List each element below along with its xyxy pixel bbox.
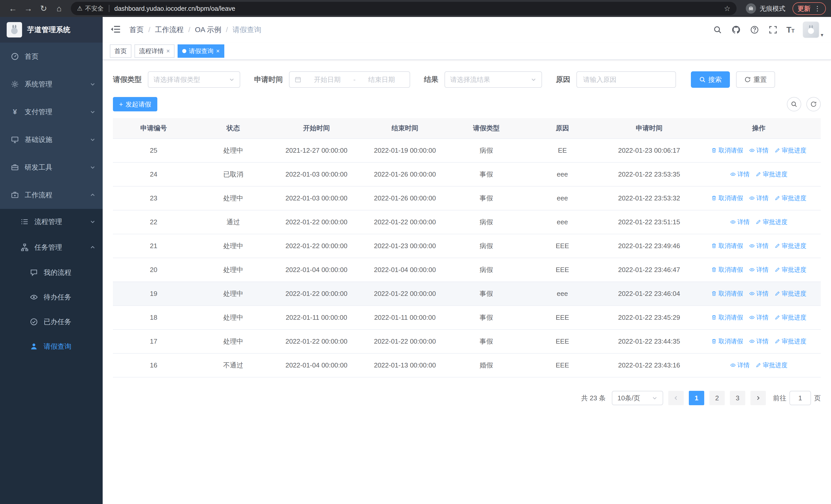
tab-leave-query[interactable]: 请假查询 × — [178, 45, 224, 58]
sidebar-item-process-management[interactable]: 流程管理 — [0, 209, 103, 235]
create-leave-button[interactable]: + 发起请假 — [113, 97, 157, 111]
prev-page-button[interactable] — [668, 391, 684, 405]
goto-page-input[interactable] — [790, 391, 811, 405]
detail-link[interactable]: 详情 — [749, 337, 769, 346]
breadcrumb-workflow[interactable]: 工作流程 — [155, 25, 184, 35]
tab-process-detail[interactable]: 流程详情 × — [135, 45, 174, 58]
approval-progress-link[interactable]: 审批进度 — [755, 218, 787, 226]
divider — [109, 5, 109, 12]
next-page-button[interactable] — [750, 391, 766, 405]
apply-time-range-picker[interactable]: 开始日期 - 结束日期 — [289, 71, 410, 88]
workflow-icon — [11, 191, 19, 199]
chevron-down-icon — [531, 77, 536, 82]
sidebar-item-task-management[interactable]: 任务管理 — [0, 235, 103, 260]
sidebar-item-home[interactable]: 首页 — [0, 42, 103, 70]
close-icon[interactable]: × — [166, 48, 170, 54]
cancel-leave-link[interactable]: 取消请假 — [711, 242, 743, 250]
cancel-leave-link[interactable]: 取消请假 — [711, 266, 743, 274]
refresh-icon — [744, 76, 751, 83]
home-icon[interactable]: ⌂ — [51, 1, 67, 16]
bookmark-star-icon[interactable]: ☆ — [724, 4, 730, 13]
browser-update-button[interactable]: 更新 ⋮ — [793, 2, 826, 15]
sidebar-item-devtools[interactable]: 研发工具 — [0, 153, 103, 181]
chevron-right-icon — [755, 395, 761, 401]
detail-link[interactable]: 详情 — [730, 218, 750, 226]
detail-link[interactable]: 详情 — [749, 146, 769, 154]
search-icon[interactable] — [712, 25, 723, 35]
sidebar-item-system[interactable]: 系统管理 — [0, 70, 103, 98]
user-menu[interactable]: ▾ — [803, 22, 823, 38]
approval-progress-link[interactable]: 审批进度 — [755, 170, 787, 178]
table-toolbar: + 发起请假 — [113, 97, 821, 111]
cancel-leave-link[interactable]: 取消请假 — [711, 194, 743, 202]
reason-input[interactable] — [576, 71, 676, 88]
result-label: 结果 — [424, 75, 438, 84]
trash-icon — [711, 243, 717, 249]
col-applied: 申请时间 — [601, 118, 697, 139]
refresh-table-button[interactable] — [806, 97, 821, 111]
cancel-leave-link[interactable]: 取消请假 — [711, 146, 743, 154]
breadcrumb-home[interactable]: 首页 — [130, 25, 144, 35]
table-row: 23处理中 2022-01-03 00:00:002022-01-26 00:0… — [113, 186, 821, 210]
leave-type-select[interactable]: 请选择请假类型 — [148, 71, 240, 88]
close-icon[interactable]: × — [216, 48, 220, 54]
tab-home[interactable]: 首页 — [110, 45, 132, 58]
sidebar-item-todo-tasks[interactable]: 待办任务 — [0, 285, 103, 309]
gear-icon — [11, 80, 19, 88]
menu-fold-icon[interactable] — [110, 24, 122, 35]
breadcrumb-oa-example[interactable]: OA 示例 — [195, 25, 222, 35]
reason-label: 原因 — [556, 75, 570, 84]
sidebar-item-done-tasks[interactable]: 已办任务 — [0, 309, 103, 334]
approval-progress-link[interactable]: 审批进度 — [775, 242, 806, 250]
cancel-leave-link[interactable]: 取消请假 — [711, 290, 743, 298]
eye-icon — [749, 148, 755, 153]
page-2-button[interactable]: 2 — [709, 391, 725, 405]
approval-progress-link[interactable]: 审批进度 — [775, 146, 806, 154]
detail-link[interactable]: 详情 — [749, 242, 769, 250]
chevron-down-icon — [90, 219, 95, 225]
browser-menu-icon[interactable]: ⋮ — [814, 5, 821, 12]
cancel-leave-link[interactable]: 取消请假 — [711, 337, 743, 346]
not-secure-badge[interactable]: ⚠ 不安全 — [77, 4, 104, 12]
chevron-down-icon — [90, 165, 95, 170]
app-logo[interactable]: 芋道管理系统 — [0, 17, 103, 42]
detail-link[interactable]: 详情 — [749, 266, 769, 274]
sidebar-item-workflow[interactable]: 工作流程 — [0, 181, 103, 209]
address-bar[interactable]: ⚠ 不安全 dashboard.yudao.iocoder.cn/bpm/oa/… — [71, 2, 737, 15]
detail-link[interactable]: 详情 — [749, 194, 769, 202]
approval-progress-link[interactable]: 审批进度 — [775, 194, 806, 202]
approval-progress-link[interactable]: 审批进度 — [775, 266, 806, 274]
page-1-button[interactable]: 1 — [689, 391, 704, 405]
help-icon[interactable] — [749, 25, 760, 35]
apply-time-label: 申请时间 — [254, 75, 283, 84]
sidebar-item-payment[interactable]: ¥ 支付管理 — [0, 98, 103, 126]
approval-progress-link[interactable]: 审批进度 — [775, 290, 806, 298]
search-button[interactable]: 搜索 — [691, 71, 730, 88]
detail-link[interactable]: 详情 — [749, 313, 769, 322]
cancel-leave-link[interactable]: 取消请假 — [711, 313, 743, 322]
forward-icon[interactable]: → — [21, 1, 36, 16]
page-size-select[interactable]: 10条/页 — [612, 391, 663, 405]
approval-progress-link[interactable]: 审批进度 — [755, 361, 787, 369]
reload-icon[interactable]: ↻ — [36, 1, 51, 16]
approval-progress-link[interactable]: 审批进度 — [775, 337, 806, 346]
sidebar-item-leave-query[interactable]: 请假查询 — [0, 334, 103, 359]
edit-icon — [775, 148, 780, 153]
sidebar-item-infrastructure[interactable]: 基础设施 — [0, 126, 103, 153]
fullscreen-icon[interactable] — [768, 25, 778, 35]
back-icon[interactable]: ← — [5, 1, 21, 16]
edit-icon — [775, 315, 780, 320]
sidebar-item-my-processes[interactable]: 我的流程 — [0, 260, 103, 285]
table-row: 18处理中 2022-01-11 00:00:002022-01-11 00:0… — [113, 306, 821, 329]
font-size-icon[interactable]: TT — [786, 25, 795, 35]
page-3-button[interactable]: 3 — [730, 391, 745, 405]
github-icon[interactable] — [731, 25, 741, 35]
detail-link[interactable]: 详情 — [730, 361, 750, 369]
detail-link[interactable]: 详情 — [730, 170, 750, 178]
approval-progress-link[interactable]: 审批进度 — [775, 313, 806, 322]
reset-button[interactable]: 重置 — [736, 71, 775, 88]
result-select[interactable]: 请选择流结果 — [445, 71, 542, 88]
chevron-left-icon — [673, 395, 679, 401]
detail-link[interactable]: 详情 — [749, 290, 769, 298]
toggle-search-button[interactable] — [787, 97, 801, 111]
